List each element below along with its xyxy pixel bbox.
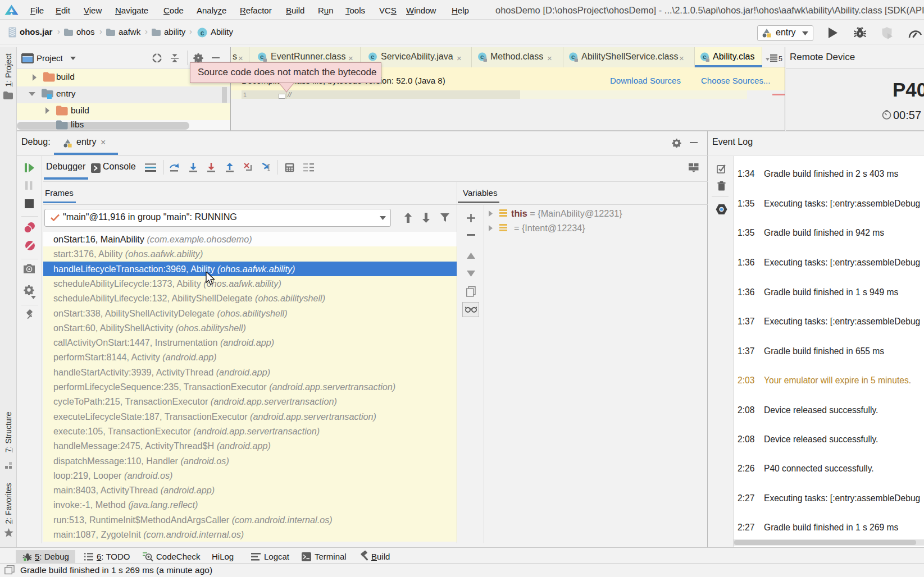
svg-text:c: c bbox=[371, 53, 375, 60]
svg-text:c: c bbox=[201, 29, 204, 37]
